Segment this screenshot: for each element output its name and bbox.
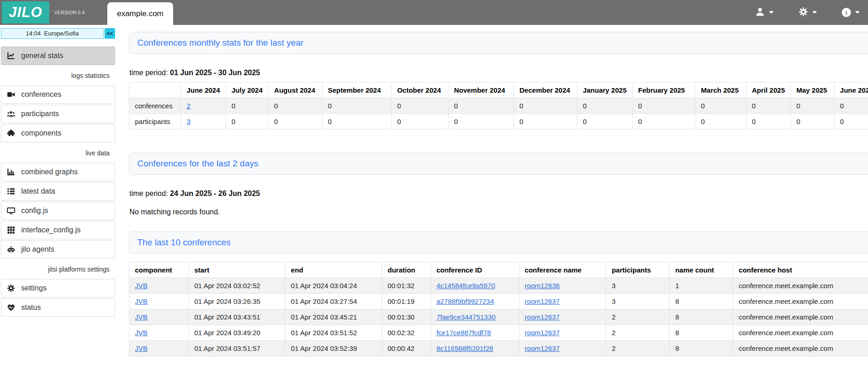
table-cell: room12637: [519, 325, 606, 341]
conference-name-link[interactable]: room12637: [525, 313, 560, 321]
sidebar-item-jilo-agents[interactable]: jilo agents: [1, 240, 115, 259]
sidebar-item-status[interactable]: status: [1, 298, 115, 317]
table-header-month: February 2025: [632, 83, 695, 98]
version-label: VERSION 0.4: [54, 10, 85, 15]
sidebar-item-label: interface_config.js: [21, 226, 81, 234]
table-cell: 00:00:42: [382, 341, 431, 356]
sidebar-collapse-button[interactable]: <<: [105, 28, 115, 39]
robot-icon: [6, 245, 15, 254]
table-cell: 0: [226, 98, 268, 114]
table-row: JVB 01 Apr 2024 03:43:51 01 Apr 2024 03:…: [129, 309, 868, 325]
table-cell: 3: [606, 278, 670, 294]
table-cell: 00:01:30: [382, 309, 431, 325]
row-label: participants: [129, 114, 181, 130]
conference-id-link[interactable]: 7fae9ce344751330: [437, 313, 495, 321]
sidebar-item-components[interactable]: components: [1, 124, 115, 142]
card-title: Conferences monthly stats for the last y…: [137, 38, 303, 47]
participants-count-link[interactable]: 3: [186, 118, 190, 125]
table-cell: 0: [322, 98, 391, 114]
table-cell: room12637: [519, 341, 606, 356]
table-row: JVB 01 Apr 2024 03:51:57 01 Apr 2024 03:…: [129, 341, 868, 356]
component-link[interactable]: JVB: [135, 329, 148, 337]
table-header-month: August 2024: [268, 83, 322, 98]
table-cell: 0: [577, 98, 632, 114]
table-cell: 01 Apr 2024 03:51:52: [285, 325, 382, 341]
table-row-conferences: conferences 2 0 0 0 0 0 0 0 0 0 0 0 0: [129, 98, 868, 114]
video-icon: [6, 90, 15, 99]
topbar-menus: i: [754, 0, 861, 25]
logo[interactable]: JILO: [2, 1, 49, 24]
table-cell: 8: [670, 294, 733, 309]
table-cell: 0: [391, 98, 449, 114]
table-cell: 8: [670, 309, 733, 325]
table-header: name count: [670, 262, 733, 278]
sidebar-item-label: status: [21, 303, 41, 312]
main-content: Conferences monthly stats for the last y…: [129, 25, 868, 356]
table-cell: fce17ce887fcdf78: [431, 325, 519, 341]
table-row-participants: participants 3 0 0 0 0 0 0 0 0 0 0 0 0: [129, 114, 868, 130]
conference-name-link[interactable]: room12637: [525, 297, 560, 305]
component-link[interactable]: JVB: [135, 313, 148, 321]
card-title: The last 10 conferences: [137, 237, 231, 247]
table-cell: 0: [448, 98, 513, 114]
sidebar-item-settings[interactable]: settings: [1, 279, 115, 297]
list-icon: [6, 187, 15, 195]
table-header-blank: [129, 83, 181, 98]
component-link[interactable]: JVB: [135, 282, 148, 290]
settings-menu[interactable]: [798, 5, 818, 20]
component-link[interactable]: JVB: [135, 297, 148, 305]
sidebar-item-interface-config-js[interactable]: interface_config.js: [1, 221, 115, 239]
table-cell: 0: [268, 98, 322, 114]
conference-id-link[interactable]: fce17ce887fcdf78: [437, 329, 491, 337]
table-cell: 2: [606, 309, 670, 325]
puzzle-piece-icon: [6, 129, 15, 137]
conference-name-link[interactable]: room12637: [525, 329, 560, 337]
table-cell: 2: [606, 341, 670, 356]
sidebar-item-config-js[interactable]: config.js: [1, 201, 115, 220]
conference-id-link[interactable]: 8c116568f5201f28: [437, 344, 493, 352]
table-cell: 0: [632, 114, 695, 130]
monthly-header-row: June 2024 July 2024 August 2024 Septembe…: [129, 83, 868, 98]
table-cell: 0: [834, 114, 868, 130]
table-cell: conference.meet.example.com: [733, 294, 868, 309]
table-cell: 0: [268, 114, 322, 130]
table-cell: 0: [448, 114, 513, 130]
sidebar-item-combined-graphs[interactable]: combined graphs: [1, 163, 115, 181]
conference-id-link[interactable]: a2788f9bf9927234: [437, 297, 494, 305]
conference-id-link[interactable]: 4c14584fce9a5970: [437, 282, 495, 290]
table-cell: 3: [181, 114, 226, 130]
table-header: start: [188, 262, 285, 278]
table-cell: 1: [670, 278, 733, 294]
sidebar-item-conferences[interactable]: conferences: [1, 85, 115, 104]
conference-name-link[interactable]: room12637: [525, 344, 560, 352]
clock-row: 14:04 Europe/Sofia <<: [1, 28, 115, 39]
user-menu[interactable]: [754, 5, 775, 20]
table-header: end: [285, 262, 382, 278]
sidebar-item-participants[interactable]: participants: [1, 105, 115, 123]
sidebar-item-latest-data[interactable]: latest data: [1, 182, 115, 201]
component-link[interactable]: JVB: [135, 344, 148, 352]
sidebar-item-label: participants: [21, 110, 59, 118]
table-cell: 00:02:32: [382, 325, 431, 341]
table-cell: 01 Apr 2024 03:52:39: [285, 341, 382, 356]
info-menu[interactable]: i: [841, 6, 861, 19]
tab-example-com[interactable]: example.com: [107, 2, 173, 25]
last-10-conferences-table: component start end duration conference …: [129, 262, 868, 356]
desktop-icon: [6, 207, 15, 215]
table-cell: 0: [695, 98, 746, 114]
chart-column-icon: [6, 168, 15, 176]
monthly-stats-table: June 2024 July 2024 August 2024 Septembe…: [129, 82, 868, 130]
table-cell: 4c14584fce9a5970: [431, 278, 519, 294]
sidebar-item-general-stats[interactable]: general stats: [1, 47, 115, 65]
conference-name-link[interactable]: room12636: [525, 282, 560, 290]
table-header: conference ID: [431, 262, 519, 278]
table-cell: 01 Apr 2024 03:26:35: [188, 294, 285, 309]
table-cell: JVB: [129, 341, 189, 356]
table-cell: JVB: [129, 278, 189, 294]
table-cell: 0: [791, 114, 834, 130]
table-cell: 0: [514, 98, 577, 114]
table-cell: room12637: [519, 309, 606, 325]
conferences-count-link[interactable]: 2: [186, 102, 190, 110]
table-header: conference host: [733, 262, 868, 278]
sidebar-item-label: conferences: [21, 90, 61, 99]
